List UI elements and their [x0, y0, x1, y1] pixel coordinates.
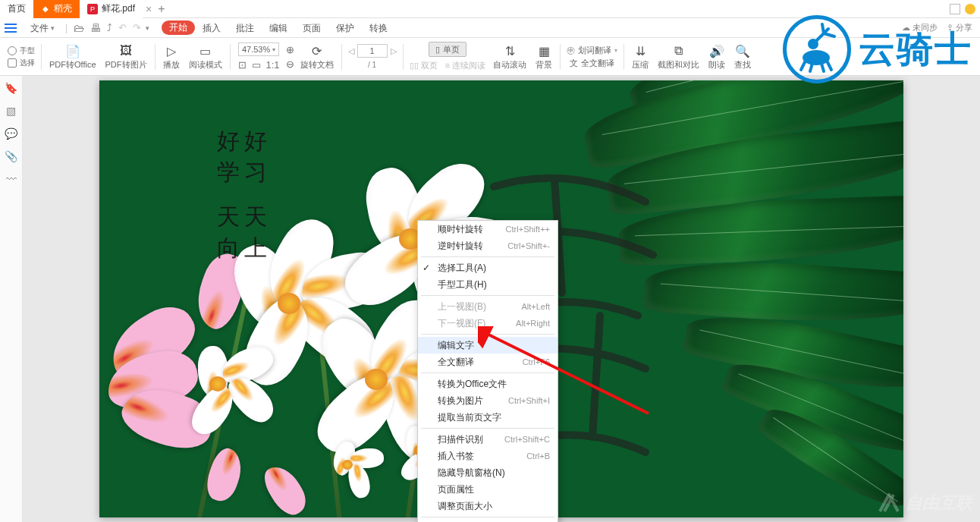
menu-file[interactable]: 文件 ▾ — [23, 18, 62, 38]
toolbar-print-icon[interactable]: 🖶 — [87, 22, 104, 34]
menu-insert[interactable]: 插入 — [195, 18, 228, 38]
next-page-icon[interactable]: ▷ — [391, 46, 397, 56]
window-layout-icon[interactable] — [950, 4, 960, 14]
play-icon: ▷ — [167, 42, 176, 59]
search-icon: 🔍 — [735, 42, 750, 59]
signature-icon[interactable]: 〰 — [5, 173, 17, 185]
single-page-button[interactable]: ▯单页 — [429, 42, 466, 57]
speaker-icon: 🔊 — [709, 42, 724, 59]
toolbar-share-icon[interactable]: ⤴ — [104, 22, 115, 33]
context-menu: 顺时针旋转Ctrl+Shift++ 逆时针旋转Ctrl+Shift+- ✓选择工… — [417, 220, 558, 522]
continuous-read-button[interactable]: ≡ 连续阅读 — [445, 60, 485, 71]
ctx-edit-text[interactable]: 编辑文字 — [418, 337, 558, 354]
ctx-next-view: 下一视图(F)Alt+Right — [418, 315, 558, 332]
menu-edit[interactable]: 编辑 — [262, 18, 295, 38]
comment-icon[interactable]: 💬 — [5, 127, 17, 140]
ctx-convert-office[interactable]: 转换为Office文件 — [418, 376, 558, 392]
tabbar-right — [950, 4, 980, 14]
left-rail: 🔖 ▧ 💬 📎 〰 — [0, 76, 23, 522]
ctx-scan-ocr[interactable]: 扫描件识别Ctrl+Shift+C — [418, 431, 558, 448]
word-translate-button[interactable]: ㊥划词翻译▾ — [567, 45, 617, 56]
pdf-to-image-button[interactable]: 🖼PDF转图片 — [101, 40, 152, 74]
window-status-icon[interactable] — [965, 4, 975, 14]
pdf-icon: P — [87, 4, 98, 14]
play-button[interactable]: ▷播放 — [159, 40, 184, 74]
tab-home[interactable]: 首页 — [0, 0, 33, 18]
screenshot-icon: ⧉ — [674, 42, 683, 59]
brand-logo-text: 云骑士 — [859, 25, 972, 74]
bookmark-icon[interactable]: 🔖 — [5, 82, 17, 94]
content-area: 🔖 ▧ 💬 📎 〰 — [0, 76, 980, 522]
zoom-value-input[interactable]: 47.53% ▾ — [238, 42, 279, 56]
compress-icon: ⇊ — [636, 42, 645, 59]
select-tool[interactable]: 选择 — [8, 58, 35, 68]
menu-convert[interactable]: 转换 — [362, 18, 395, 38]
translate-full-icon: 文 — [570, 58, 578, 69]
zoom-100-icon[interactable]: 1:1 — [265, 59, 281, 71]
toolbar-undo-icon[interactable]: ↶ — [115, 22, 130, 33]
ctx-rotate-ccw[interactable]: 逆时针旋转Ctrl+Shift+- — [418, 237, 558, 254]
menu-page[interactable]: 页面 — [295, 18, 328, 38]
pdf-to-office-button[interactable]: 📄PDF转Office — [45, 40, 101, 74]
rotate-button[interactable]: ⟳旋转文档 — [296, 40, 338, 74]
hand-tool[interactable]: 手型 — [8, 46, 35, 56]
doc-text: 好好 学习 天天 向上 — [217, 126, 272, 264]
check-icon: ✓ — [422, 263, 430, 273]
background-button[interactable]: ▦背景 — [531, 40, 557, 74]
watermark: 自由互联 — [878, 492, 972, 514]
screenshot-button[interactable]: ⧉截图和对比 — [653, 40, 704, 74]
cursor-tool-group: 手型 选择 — [5, 46, 38, 68]
full-translate-button[interactable]: 文全文翻译 — [570, 58, 614, 69]
auto-scroll-button[interactable]: ⇅自动滚动 — [488, 40, 531, 74]
ctx-page-props[interactable]: 页面属性 — [418, 481, 558, 498]
book-icon: ▭ — [199, 42, 211, 59]
toolbar-open-icon[interactable]: 🗁 — [71, 22, 87, 34]
menu-comment[interactable]: 批注 — [228, 18, 262, 38]
ctx-rotate-cw[interactable]: 顺时针旋转Ctrl+Shift++ — [418, 221, 558, 237]
chevron-down-icon: ▾ — [51, 18, 55, 38]
prev-page-icon[interactable]: ◁ — [348, 46, 354, 56]
menu-protect[interactable]: 保护 — [328, 18, 362, 38]
attachment-icon[interactable]: 📎 — [5, 150, 17, 162]
double-page-button[interactable]: ▯▯ 双页 — [410, 60, 438, 71]
canvas[interactable]: 好好 学习 天天 向上 — [23, 76, 980, 522]
ctx-convert-image[interactable]: 转换为图片Ctrl+Shift+I — [418, 392, 558, 409]
scroll-icon: ⇅ — [505, 42, 515, 59]
zoom-out-icon[interactable]: ⊖ — [286, 58, 294, 70]
brand-logo-icon — [783, 15, 851, 83]
office-icon: 📄 — [65, 42, 80, 59]
ctx-resize-page[interactable]: 调整页面大小 — [418, 498, 558, 514]
zoom-in-icon[interactable]: ⊕ — [286, 44, 294, 55]
thumbnail-icon[interactable]: ▧ — [5, 105, 17, 117]
hamburger-icon[interactable] — [5, 24, 17, 33]
app-icon: ◆ — [41, 5, 50, 14]
ctx-hide-nav[interactable]: 隐藏导航窗格(N) — [418, 464, 558, 481]
zoom-width-icon[interactable]: ▭ — [250, 59, 262, 71]
translate-icon: ㊥ — [567, 45, 575, 56]
ctx-select-tool[interactable]: ✓选择工具(A) — [418, 259, 558, 276]
ctx-insert-bookmark[interactable]: 插入书签Ctrl+B — [418, 448, 558, 464]
read-mode-button[interactable]: ▭阅读模式 — [184, 40, 227, 74]
tab-close-icon[interactable]: × — [146, 3, 152, 15]
ctx-extract-text[interactable]: 提取当前页文字 — [418, 409, 558, 426]
image-icon: 🖼 — [120, 42, 132, 59]
tab-app-label: 稻壳 — [54, 2, 72, 15]
find-button[interactable]: 🔍查找 — [730, 40, 755, 74]
ctx-hand-tool[interactable]: 手型工具(H) — [418, 276, 558, 293]
bg-icon: ▦ — [539, 42, 550, 59]
zoom-fit-icon[interactable]: ⊡ — [237, 59, 248, 71]
tab-app[interactable]: ◆ 稻壳 — [33, 0, 80, 18]
page-number-input[interactable]: 1 — [357, 44, 388, 58]
read-aloud-button[interactable]: 🔊朗读 — [704, 40, 730, 74]
tab-document[interactable]: P 鲜花.pdf — [80, 0, 143, 18]
tab-document-label: 鲜花.pdf — [102, 2, 135, 15]
tab-add-icon[interactable]: + — [152, 2, 171, 16]
chevron-down-icon[interactable]: ▾ — [144, 24, 151, 32]
menu-start[interactable]: 开始 — [162, 20, 195, 35]
ctx-full-translate[interactable]: 全文翻译Ctrl+F6 — [418, 354, 558, 370]
page-icon: ▯ — [435, 45, 440, 55]
menu-file-label: 文件 — [30, 18, 49, 38]
toolbar-redo-icon[interactable]: ↷ — [130, 22, 144, 33]
brand-logo: 云骑士 — [783, 15, 972, 83]
compress-button[interactable]: ⇊压缩 — [627, 40, 653, 74]
